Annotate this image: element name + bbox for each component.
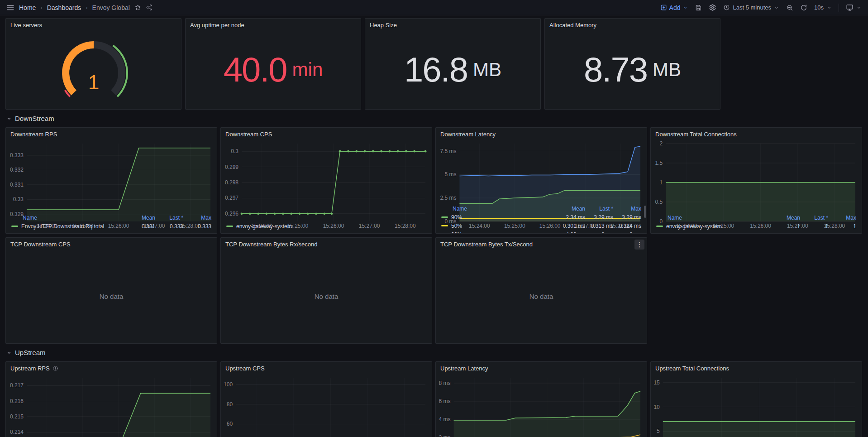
upstream-total-connections-chart[interactable]: 5101515:24:0015:25:0015:26:0015:27:0015:… (651, 373, 862, 437)
panel-title[interactable]: Avg uptime per node (186, 19, 361, 30)
info-icon[interactable] (52, 365, 58, 371)
legend-header-cell[interactable]: Mean (127, 215, 155, 221)
downstream-total-connections-chart[interactable]: 00.511.5215:24:0015:25:0015:26:0015:27:0… (651, 139, 862, 212)
no-data-message: No data (436, 249, 647, 343)
refresh-interval-picker[interactable]: 10s (814, 4, 832, 11)
add-button-label: Add (669, 4, 681, 11)
panel-title[interactable]: Heap Size (365, 19, 540, 30)
legend[interactable]: NameMeanLast *Maxenvoy-gateway-system111 (651, 212, 862, 233)
panel-title[interactable]: Upstream CPS (221, 362, 432, 373)
legend-header-cell[interactable]: Last * (585, 206, 613, 212)
panel-live-servers: Live servers 1 (5, 18, 181, 110)
add-button[interactable]: Add (660, 4, 688, 11)
legend-row[interactable]: 90%2.34 ms3.29 ms3.29 ms (441, 213, 641, 221)
panel-title[interactable]: Live servers (6, 19, 181, 30)
downstream-rps-chart[interactable]: 0.3290.330.3310.3320.33315:24:0015:25:00… (6, 139, 217, 212)
legend-header-cell[interactable]: Max (183, 215, 211, 221)
save-dashboard-icon[interactable] (695, 4, 702, 11)
svg-text:100: 100 (224, 381, 233, 388)
svg-text:0.216: 0.216 (10, 398, 24, 404)
chevron-down-icon (826, 5, 832, 10)
refresh-icon[interactable] (800, 4, 807, 11)
legend-header-cell[interactable]: Max (613, 206, 641, 212)
legend-header-cell[interactable]: Name (11, 215, 127, 221)
downstream-cps-chart[interactable]: 0.2960.2970.2980.2990.315:24:0015:25:001… (221, 139, 432, 221)
legend[interactable]: NameMeanLast *Max90%2.34 ms3.29 ms3.29 m… (436, 203, 647, 233)
panel-title[interactable]: Upstream RPS (6, 362, 217, 373)
panel-title-text: Avg uptime per node (190, 22, 244, 29)
series-value: 0.331 (127, 223, 155, 230)
upstream-cps-chart[interactable]: 40608010015:24:0015:25:0015:26:0015:27:0… (221, 373, 432, 437)
share-icon[interactable] (146, 4, 153, 11)
legend-scrollbar[interactable] (644, 206, 646, 218)
nav-divider (839, 4, 839, 12)
panel-title[interactable]: TCP Downstream Bytes Rx/second (221, 238, 432, 249)
svg-text:60: 60 (227, 421, 233, 427)
legend-header-cell[interactable]: Name (656, 215, 772, 221)
stat-unit: min (292, 60, 323, 79)
star-icon[interactable] (134, 4, 141, 11)
upstream-rps-chart[interactable]: 0.2130.2140.2150.2160.21715:24:0015:25:0… (6, 373, 217, 437)
breadcrumb-separator: › (40, 4, 42, 11)
legend-header-cell[interactable]: Max (828, 215, 856, 221)
legend-header-cell[interactable]: Name (441, 206, 557, 212)
svg-text:0.297: 0.297 (225, 195, 238, 201)
downstream-latency-chart[interactable]: 0 ms2.5 ms5 ms7.5 ms15:24:0015:25:0015:2… (436, 139, 647, 203)
panel-title[interactable]: Downstream Total Connections (651, 128, 862, 139)
svg-text:2 ms: 2 ms (439, 434, 451, 437)
panel-title[interactable]: Downstream CPS (221, 128, 432, 139)
svg-text:80: 80 (227, 401, 233, 408)
panel-title[interactable]: Allocated Memory (545, 19, 720, 30)
svg-text:1.5: 1.5 (655, 160, 663, 166)
legend[interactable]: envoy-gateway-system (221, 221, 432, 233)
series-name: 90% (451, 214, 462, 221)
svg-text:4 ms: 4 ms (439, 416, 451, 423)
stat-value-wrap: 8.73 MB (545, 30, 720, 109)
legend-row[interactable]: Envoy HTTP Downstream Rq total0.3310.333… (11, 222, 211, 231)
stats-row: Live servers 1 Avg uptime per node 40.0 … (5, 18, 863, 110)
legend-header-cell[interactable]: Last * (155, 215, 183, 221)
breadcrumb-dashboards[interactable]: Dashboards (47, 4, 81, 11)
menu-icon[interactable] (6, 4, 14, 12)
upstream-latency-chart[interactable]: 0 ms2 ms4 ms6 ms8 ms15:24:0015:25:0015:2… (436, 373, 647, 437)
legend-row[interactable]: envoy-gateway-system111 (656, 222, 856, 231)
panel-title[interactable]: Downstream RPS (6, 128, 217, 139)
panel-title[interactable]: TCP Downstream CPS (6, 238, 217, 249)
tv-mode-button[interactable] (846, 4, 862, 11)
panel-title[interactable]: Downstream Latency (436, 128, 647, 139)
legend-header: NameMeanLast *Max (656, 213, 856, 222)
legend-row[interactable]: 50%0.301 ms0.313 ms0.324 ms (441, 221, 641, 230)
panel-title-text: Downstream CPS (225, 131, 272, 138)
panel-title[interactable]: TCP Downstream Bytes Tx/Second (436, 238, 647, 249)
dashboard-settings-icon[interactable] (709, 4, 716, 11)
zoom-out-icon[interactable] (786, 4, 793, 11)
legend-row[interactable]: envoy-gateway-system (226, 222, 426, 231)
clock-icon (723, 4, 730, 11)
time-range-picker[interactable]: Last 5 minutes (723, 4, 779, 11)
breadcrumb-current: Envoy Global (92, 4, 130, 11)
no-data-message: No data (221, 249, 432, 343)
chevron-down-icon (682, 5, 688, 10)
section-downstream[interactable]: DownStream (5, 110, 863, 127)
panel-avg-uptime: Avg uptime per node 40.0 min (185, 18, 361, 110)
chevron-down-icon (856, 5, 862, 10)
panel-title[interactable]: Upstream Latency (436, 362, 647, 373)
panel-title-text: Downstream Total Connections (655, 131, 737, 138)
svg-text:0.332: 0.332 (10, 167, 24, 173)
panel-title[interactable]: Upstream Total Connections (651, 362, 862, 373)
legend-header-cell[interactable]: Last * (800, 215, 828, 221)
legend-header-cell[interactable]: Mean (557, 206, 585, 212)
breadcrumb-home[interactable]: Home (19, 4, 36, 11)
section-upstream[interactable]: UpStream (5, 344, 863, 361)
legend-header: NameMeanLast *Max (441, 204, 641, 213)
gauge-arc: 1 (46, 36, 141, 104)
legend-header-cell[interactable]: Mean (772, 215, 800, 221)
svg-text:0.215: 0.215 (10, 413, 24, 420)
legend[interactable]: NameMeanLast *MaxEnvoy HTTP Downstream R… (6, 212, 217, 233)
legend-row[interactable]: 99%4.89 ms8 ms8 ms (441, 230, 641, 233)
panel-menu-icon[interactable]: ⋮ (634, 240, 644, 250)
chevron-down-icon (774, 5, 779, 10)
series-value: 3.29 ms (613, 214, 641, 221)
stat-value: 40.0 (224, 53, 287, 87)
breadcrumb-separator: › (86, 4, 87, 11)
